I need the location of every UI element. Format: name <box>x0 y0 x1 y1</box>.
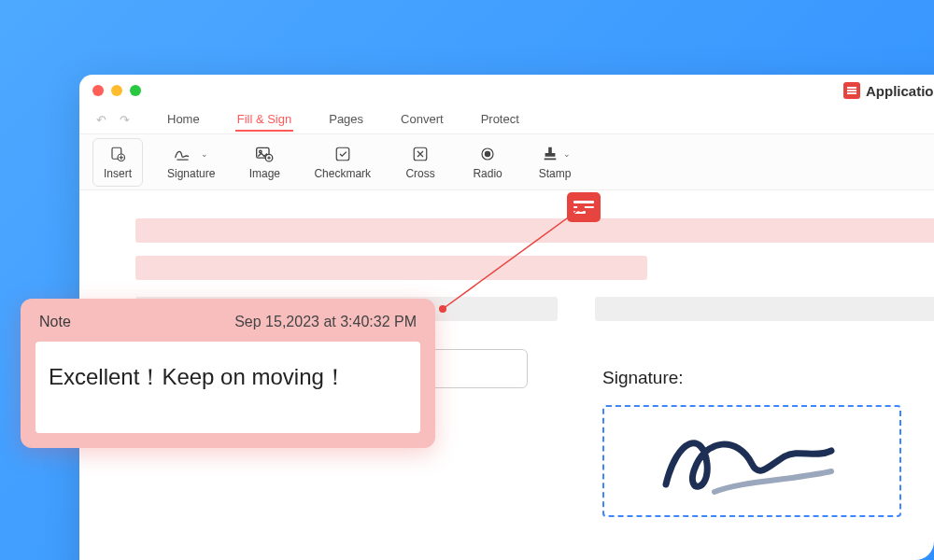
filename-label: Application-R-.pdf <box>866 83 934 99</box>
tool-image-label: Image <box>249 167 280 180</box>
signature-field[interactable] <box>602 405 901 517</box>
svg-rect-9 <box>544 158 556 160</box>
tool-checkmark[interactable]: Checkmark <box>306 141 378 184</box>
tool-radio[interactable]: Radio <box>462 141 513 184</box>
maximize-icon[interactable] <box>130 85 141 96</box>
tab-pages[interactable]: Pages <box>327 108 365 132</box>
tool-image[interactable]: Image <box>239 141 290 184</box>
checkmark-icon <box>334 145 351 163</box>
stamp-icon: ⌄ <box>540 145 571 163</box>
toolbar: Insert ⌄ Signature Image Checkmark Cross <box>79 134 934 190</box>
note-header: Note Sep 15,2023 at 3:40:32 PM <box>35 314 420 342</box>
tool-signature[interactable]: ⌄ Signature <box>160 141 222 184</box>
titlebar: Application-R-.pdf <box>79 75 934 106</box>
tool-insert[interactable]: Insert <box>92 138 143 187</box>
svg-rect-5 <box>336 147 349 161</box>
svg-point-8 <box>485 151 489 156</box>
signature-label: Signature: <box>602 368 684 388</box>
window-controls <box>92 85 141 96</box>
tab-convert[interactable]: Convert <box>399 108 446 132</box>
tool-cross-label: Cross <box>405 167 434 180</box>
comment-icon[interactable] <box>567 192 601 222</box>
signature-glyph-icon <box>649 419 855 503</box>
tool-signature-label: Signature <box>167 167 215 180</box>
note-popup[interactable]: Note Sep 15,2023 at 3:40:32 PM Excellent… <box>21 299 435 448</box>
tool-radio-label: Radio <box>473 167 502 180</box>
undo-icon[interactable]: ↶ <box>92 113 110 127</box>
note-title: Note <box>39 314 71 330</box>
tool-cross[interactable]: Cross <box>395 141 446 184</box>
highlight-bar <box>135 256 647 280</box>
tab-protect[interactable]: Protect <box>479 108 521 132</box>
close-icon[interactable] <box>92 85 104 96</box>
menubar: ↶ ↷ Home Fill & Sign Pages Convert Prote… <box>79 106 934 134</box>
minimize-icon[interactable] <box>111 85 122 96</box>
radio-icon <box>479 145 496 163</box>
tool-stamp-label: Stamp <box>539 167 572 180</box>
signature-icon: ⌄ <box>174 145 208 163</box>
redo-icon[interactable]: ↷ <box>116 113 134 127</box>
highlight-bar <box>135 218 934 243</box>
tool-insert-label: Insert <box>104 167 132 180</box>
menu-tabs: Home Fill & Sign Pages Convert Protect <box>165 108 521 132</box>
pdf-icon <box>843 82 860 99</box>
tab-fill-sign[interactable]: Fill & Sign <box>235 108 294 132</box>
tool-stamp[interactable]: ⌄ Stamp <box>530 141 580 184</box>
document-title: Application-R-.pdf <box>843 82 934 99</box>
image-icon <box>255 145 274 163</box>
tab-home[interactable]: Home <box>165 108 202 132</box>
cross-icon <box>412 145 429 163</box>
tool-checkmark-label: Checkmark <box>314 167 371 180</box>
insert-icon <box>109 145 126 163</box>
note-body[interactable]: Excellent！Keep on moving！ <box>35 342 420 433</box>
text-placeholder <box>595 297 934 321</box>
note-timestamp: Sep 15,2023 at 3:40:32 PM <box>234 314 417 330</box>
